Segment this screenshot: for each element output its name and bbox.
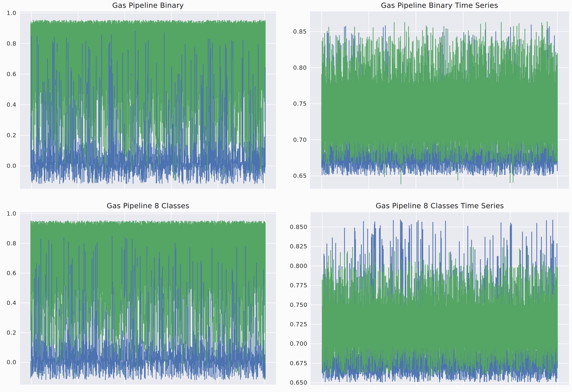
- y-tick-label: 0.650: [277, 379, 307, 386]
- y-tick-label: 0.2: [0, 132, 16, 139]
- y-tick-label: 0.85: [277, 28, 307, 35]
- y-tick-label: 0.4: [0, 299, 16, 306]
- y-tick-label: 0.6: [0, 270, 16, 277]
- y-tick-label: 0.700: [277, 340, 307, 347]
- y-tick-label: 0.8: [0, 40, 16, 47]
- chart-title-gas-pipeline-binary-time-series: Gas Pipeline Binary Time Series: [310, 1, 569, 9]
- figure: Gas Pipeline Binary Gas Pipeline Binary …: [0, 0, 572, 392]
- chart-title-gas-pipeline-8-classes-time-series: Gas Pipeline 8 Classes Time Series: [311, 202, 569, 210]
- y-tick-label: 1.0: [0, 210, 16, 217]
- plot-area-gas-pipeline-binary: [20, 11, 276, 189]
- y-tick-label: 0.2: [0, 329, 16, 336]
- green-trace-top-cap: [31, 221, 264, 231]
- y-tick-label: 0.750: [277, 301, 307, 308]
- y-tick-label: 0.75: [277, 100, 307, 107]
- y-tick-label: 0.70: [277, 136, 307, 143]
- y-tick-label: 0.675: [277, 360, 307, 367]
- y-tick-label: 0.0: [0, 359, 16, 366]
- green-trace-body: [322, 22, 557, 165]
- y-tick-label: 0.825: [277, 243, 307, 250]
- y-tick-label: 0.8: [0, 240, 16, 247]
- chart-title-gas-pipeline-8-classes: Gas Pipeline 8 Classes: [20, 202, 276, 210]
- plot-area-gas-pipeline-8-classes: [20, 212, 276, 385]
- y-tick-label: 0.4: [0, 101, 16, 108]
- y-tick-label: 0.6: [0, 71, 16, 78]
- plot-area-gas-pipeline-binary-time-series: [310, 11, 569, 189]
- y-tick-label: 0.725: [277, 321, 307, 328]
- y-tick-label: 0.80: [277, 64, 307, 71]
- y-tick-label: 0.850: [277, 223, 307, 231]
- y-tick-label: 0.0: [0, 162, 16, 169]
- y-tick-label: 0.65: [277, 172, 307, 180]
- plot-area-gas-pipeline-8-classes-time-series: [311, 212, 569, 385]
- y-tick-label: 0.800: [277, 262, 307, 270]
- y-tick-label: 1.0: [0, 9, 16, 16]
- y-tick-label: 0.775: [277, 282, 307, 289]
- chart-title-gas-pipeline-binary: Gas Pipeline Binary: [20, 1, 276, 9]
